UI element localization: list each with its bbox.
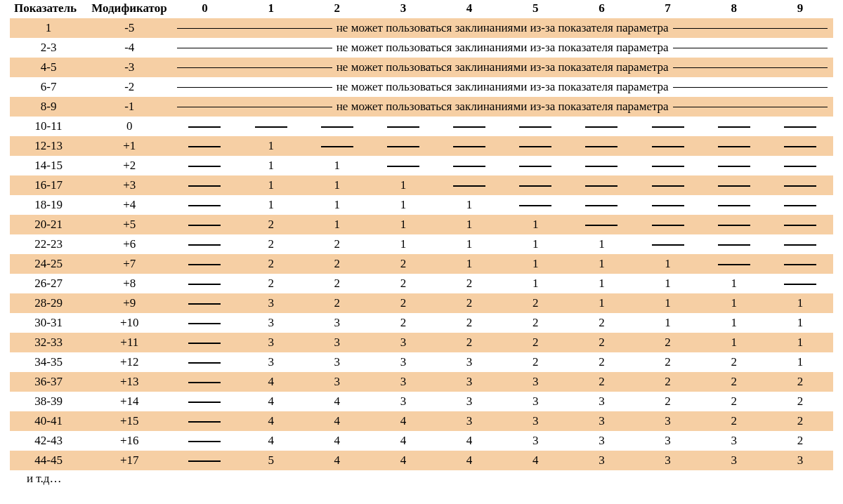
- cell-stat: 26-27: [10, 274, 87, 293]
- cell-spell-level-6: 2: [568, 372, 634, 392]
- dash-icon: [718, 205, 750, 206]
- cell-spell-level-7: 3: [634, 411, 700, 431]
- cell-modifier: -3: [87, 58, 171, 77]
- cell-spell-level-4: 1: [436, 254, 502, 274]
- cell-spell-level-3: 1: [370, 215, 436, 234]
- cell-spell-level-2: 2: [304, 274, 370, 293]
- cell-spell-level-7: [634, 156, 700, 175]
- dash-icon: [188, 284, 221, 285]
- cell-stat: 30-31: [10, 313, 87, 333]
- cell-modifier: +1: [87, 136, 171, 156]
- cell-modifier: +13: [87, 372, 171, 392]
- cell-spell-level-9: 1: [767, 333, 833, 352]
- cell-spell-level-1: [238, 117, 304, 136]
- cell-spell-level-5: 3: [502, 411, 568, 431]
- cell-spell-level-2: 4: [304, 392, 370, 411]
- cell-spell-level-3: [370, 156, 436, 175]
- cell-stat: 16-17: [10, 175, 87, 195]
- cell-spell-level-0: [171, 392, 237, 411]
- cell-spell-level-1: 3: [238, 333, 304, 352]
- cell-spell-level-9: [767, 195, 833, 215]
- dash-icon: [784, 244, 816, 246]
- cell-spell-level-2: 4: [304, 411, 370, 431]
- cell-spell-level-3: 2: [370, 254, 436, 274]
- cell-spell-level-2: 3: [304, 333, 370, 352]
- cell-modifier: +10: [87, 313, 171, 333]
- cell-spell-level-3: [370, 117, 436, 136]
- col-header-stat: Показатель: [10, 0, 87, 18]
- col-header-8: 8: [701, 0, 767, 18]
- dash-icon: [188, 362, 221, 364]
- table-row: 18-19+41111: [10, 195, 833, 215]
- cell-spell-level-8: [701, 234, 767, 254]
- cell-spell-level-9: [767, 117, 833, 136]
- cell-spell-level-2: 3: [304, 372, 370, 392]
- cell-spell-level-0: [171, 313, 237, 333]
- dash-icon: [188, 382, 221, 383]
- cell-spell-level-2: [304, 117, 370, 136]
- table-row: 26-27+822221111: [10, 274, 833, 293]
- cell-spell-level-0: [171, 117, 237, 136]
- cell-spell-level-9: [767, 234, 833, 254]
- dash-icon: [784, 284, 816, 285]
- cell-spell-level-1: 1: [238, 156, 304, 175]
- cell-spell-level-7: 1: [634, 313, 700, 333]
- cell-modifier: -1: [87, 97, 171, 117]
- cell-spell-level-7: 1: [634, 254, 700, 274]
- cell-spell-level-5: 4: [502, 451, 568, 470]
- cell-spell-level-2: 4: [304, 451, 370, 470]
- cannot-cast-banner: не может пользоваться заклинаниями из-за…: [171, 97, 833, 117]
- table-row: 14-15+211: [10, 156, 833, 175]
- cell-spell-level-4: [436, 156, 502, 175]
- dash-icon: [321, 146, 353, 147]
- cell-spell-level-6: [568, 195, 634, 215]
- cell-modifier: +2: [87, 156, 171, 175]
- dash-icon: [784, 205, 816, 206]
- cell-spell-level-8: 2: [701, 411, 767, 431]
- cell-spell-level-9: [767, 136, 833, 156]
- col-header-6: 6: [568, 0, 634, 18]
- cell-modifier: +12: [87, 352, 171, 372]
- dash-icon: [652, 166, 684, 167]
- col-header-7: 7: [634, 0, 700, 18]
- cell-spell-level-1: 4: [238, 411, 304, 431]
- cell-modifier: +4: [87, 195, 171, 215]
- cell-spell-level-1: 3: [238, 313, 304, 333]
- cell-spell-level-1: 1: [238, 136, 304, 156]
- cell-stat: 40-41: [10, 411, 87, 431]
- cell-spell-level-2: 4: [304, 431, 370, 451]
- dash-icon: [585, 146, 617, 147]
- cell-stat: 42-43: [10, 431, 87, 451]
- cell-spell-level-4: 1: [436, 215, 502, 234]
- dash-icon: [387, 126, 419, 128]
- dash-icon: [188, 244, 221, 246]
- cell-spell-level-8: 1: [701, 274, 767, 293]
- cell-spell-level-1: 1: [238, 175, 304, 195]
- cell-spell-level-3: 1: [370, 175, 436, 195]
- cell-modifier: +14: [87, 392, 171, 411]
- col-header-0: 0: [171, 0, 237, 18]
- cell-spell-level-7: 3: [634, 431, 700, 451]
- cell-spell-level-9: [767, 254, 833, 274]
- cell-spell-level-6: [568, 136, 634, 156]
- cell-spell-level-7: [634, 195, 700, 215]
- table-footnote: и т.д…: [10, 470, 833, 486]
- cell-modifier: +8: [87, 274, 171, 293]
- dash-icon: [784, 225, 816, 226]
- cell-spell-level-0: [171, 156, 237, 175]
- cell-spell-level-6: 1: [568, 293, 634, 313]
- cell-spell-level-8: 1: [701, 333, 767, 352]
- table-row: 10-110: [10, 117, 833, 136]
- cell-spell-level-1: 2: [238, 274, 304, 293]
- cell-spell-level-2: 3: [304, 352, 370, 372]
- cell-stat: 32-33: [10, 333, 87, 352]
- table-row: 4-5-3не может пользоваться заклинаниями …: [10, 58, 833, 77]
- cell-stat: 44-45: [10, 451, 87, 470]
- cell-modifier: +9: [87, 293, 171, 313]
- cell-spell-level-0: [171, 136, 237, 156]
- dash-icon: [387, 146, 419, 147]
- cell-spell-level-9: 2: [767, 392, 833, 411]
- cell-spell-level-4: 3: [436, 372, 502, 392]
- cell-spell-level-7: 3: [634, 451, 700, 470]
- dash-icon: [188, 402, 221, 403]
